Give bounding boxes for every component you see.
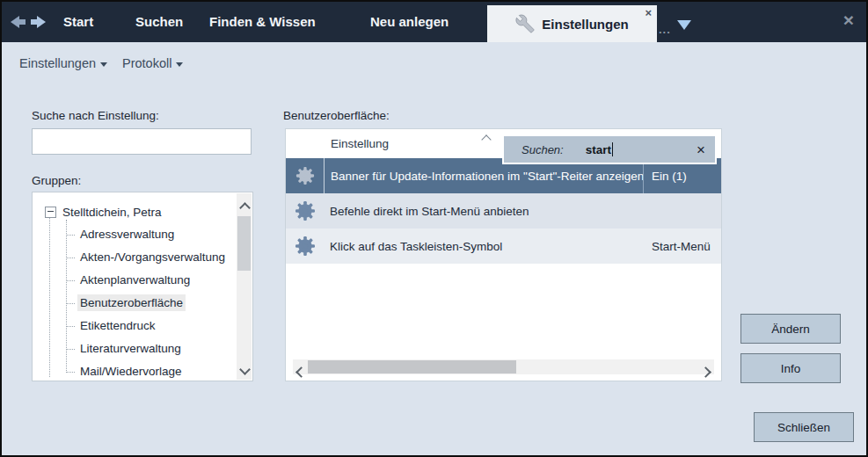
text-caret [612, 142, 613, 156]
back-arrow-icon[interactable] [11, 15, 27, 29]
tab-neu-anlegen[interactable]: Neu anlegen [370, 2, 449, 42]
table-row[interactable]: Befehle direkt im Start-Menü anbieten [286, 193, 721, 228]
tab-overflow-dots: ... [659, 23, 671, 36]
groups-label: Gruppen: [32, 174, 81, 187]
tree-content: Stelltdichein, Petra Adressverwaltung Ak… [33, 192, 237, 381]
tree-item-label: Mail/Wiedervorlage [77, 363, 185, 380]
collapse-minus-icon[interactable] [45, 207, 56, 218]
tab-list-dropdown-icon[interactable] [677, 20, 691, 30]
tree-item-etikettendruck[interactable]: Etikettendruck [66, 315, 237, 337]
window-close-icon[interactable]: × [843, 10, 854, 31]
table-search-value[interactable]: start [586, 143, 611, 156]
search-setting-label: Suche nach Einstellung: [32, 109, 159, 122]
setting-name: Klick auf das Taskleisten-Symbol [324, 228, 644, 264]
tree-item-literaturverwaltung[interactable]: Literaturverwaltung [66, 337, 237, 360]
tree-item-label: Benutzeroberfläche [77, 294, 186, 311]
setting-name: Befehle direkt im Start-Menü anbieten [324, 193, 644, 228]
scroll-up-icon[interactable] [241, 199, 249, 215]
schliessen-button[interactable]: Schließen [754, 412, 854, 442]
tab-einstellungen-active[interactable]: Einstellungen × [487, 5, 657, 42]
tree-root-label: Stelltdichein, Petra [62, 206, 162, 219]
scroll-right-icon[interactable] [702, 364, 710, 380]
tab-close-icon[interactable]: × [645, 7, 652, 19]
search-setting-input[interactable] [32, 128, 252, 155]
scrollbar-thumb[interactable] [308, 360, 516, 374]
setting-value [644, 193, 721, 228]
tree-item-aktenplanverwaltung[interactable]: Aktenplanverwaltung [66, 269, 237, 292]
tree-item-mail-wiedervorlage[interactable]: Mail/Wiedervorlage [66, 360, 237, 381]
active-tab-label: Einstellungen [542, 17, 628, 32]
tree-scrollbar[interactable] [237, 193, 252, 380]
chevron-down-icon [176, 62, 183, 67]
tree-trunk-line [49, 212, 50, 377]
tree-children: Adressverwaltung Akten-/Vorgangsverwaltu… [66, 223, 237, 381]
tree-item-adressverwaltung[interactable]: Adressverwaltung [66, 223, 237, 246]
column-header-einstellung[interactable]: Einstellung [331, 137, 389, 150]
app-window: Start Suchen Finden & Wissen Neu anlegen… [0, 0, 868, 457]
tab-start[interactable]: Start [63, 2, 93, 42]
menu-bar: Einstellungen Protokoll [2, 42, 866, 81]
scroll-left-icon[interactable] [297, 364, 305, 380]
tree-item-label: Etikettendruck [77, 317, 158, 334]
chevron-down-icon [100, 62, 107, 67]
tab-bar: Start Suchen Finden & Wissen Neu anlegen… [2, 2, 866, 42]
sort-ascending-icon[interactable] [481, 134, 491, 144]
menu-einstellungen[interactable]: Einstellungen [19, 56, 107, 70]
tree-item-benutzeroberflaeche[interactable]: Benutzeroberfläche [66, 292, 237, 315]
table-row[interactable]: Klick auf das Taskleisten-Symbol Start-M… [286, 228, 721, 264]
settings-group-title: Benutzeroberfläche: [283, 109, 390, 122]
settings-table: Einstellung Suchen: start × Banner für U… [285, 128, 722, 381]
menu-protokoll[interactable]: Protokoll [122, 56, 183, 70]
tree-root-item[interactable]: Stelltdichein, Petra [45, 200, 237, 223]
table-horizontal-scrollbar[interactable] [293, 359, 714, 374]
tree-item-label: Adressverwaltung [77, 226, 177, 243]
gear-icon [295, 236, 316, 257]
setting-value: Start-Menü [644, 228, 721, 264]
search-close-icon[interactable]: × [697, 143, 705, 156]
table-search-box[interactable]: Suchen: start × [502, 134, 717, 164]
gear-icon [295, 200, 316, 221]
tree-item-label: Akten-/Vorgangsverwaltung [77, 249, 228, 265]
wrench-icon [515, 14, 535, 33]
tree-item-label: Aktenplanverwaltung [77, 272, 193, 288]
scrollbar-thumb[interactable] [237, 216, 251, 271]
scroll-down-icon[interactable] [241, 361, 249, 377]
tree-item-akten-vorgangsverwaltung[interactable]: Akten-/Vorgangsverwaltung [66, 246, 237, 269]
groups-tree: Stelltdichein, Petra Adressverwaltung Ak… [32, 192, 253, 381]
menu-einstellungen-label: Einstellungen [19, 56, 96, 70]
menu-protokoll-label: Protokoll [122, 56, 171, 70]
tab-suchen[interactable]: Suchen [135, 2, 183, 42]
aendern-button[interactable]: Ändern [740, 314, 841, 344]
tab-finden-wissen[interactable]: Finden & Wissen [209, 2, 316, 42]
gear-icon [295, 166, 315, 185]
forward-arrow-icon[interactable] [29, 15, 46, 29]
table-search-label: Suchen: [522, 143, 564, 156]
info-button[interactable]: Info [740, 353, 841, 383]
tree-item-label: Literaturverwaltung [77, 340, 184, 357]
